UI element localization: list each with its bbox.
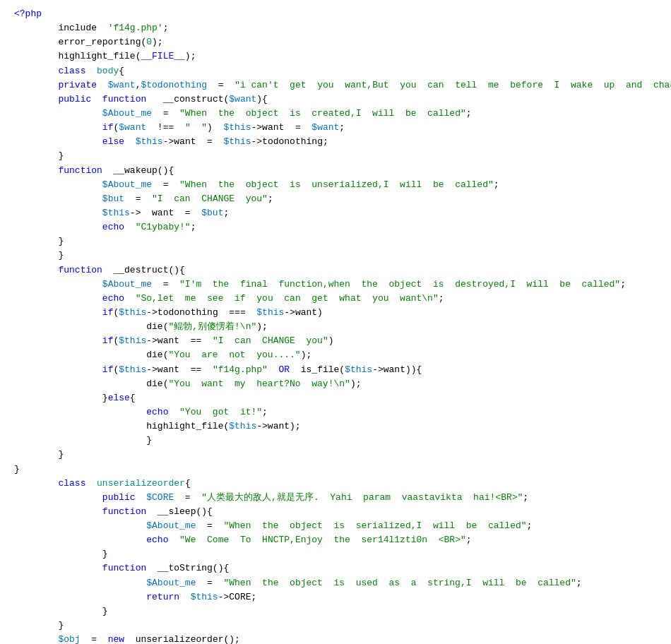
code-line: } bbox=[14, 149, 657, 163]
code-block: <?php include 'f14g.php'; error_reportin… bbox=[14, 7, 657, 644]
code-line: $obj = new unserializeorder(); bbox=[14, 633, 657, 644]
code-line: die("You want my heart?No way!\n"); bbox=[14, 377, 657, 391]
code-line: private $want,$todonothing = "i can't ge… bbox=[14, 78, 657, 93]
code-line: $but = "I can CHANGE you"; bbox=[14, 192, 657, 206]
code-line: include 'f14g.php'; bbox=[14, 21, 657, 35]
code-line: error_reporting(0); bbox=[14, 35, 657, 49]
code-line: function __toString(){ bbox=[14, 561, 657, 576]
code-line: $About_me = "When the object is used as … bbox=[14, 576, 657, 590]
code-line: die("鲲勃,别傻愣着!\n"); bbox=[14, 320, 657, 334]
code-line: } bbox=[14, 463, 657, 477]
code-line: $About_me = "When the object is unserial… bbox=[14, 178, 657, 192]
code-line: if($this->want == "I can CHANGE you") bbox=[14, 334, 657, 348]
code-line: function __destruct(){ bbox=[14, 263, 657, 278]
code-line: } bbox=[14, 619, 657, 633]
code-line: $About_me = "When the object is created,… bbox=[14, 107, 657, 121]
code-line: $About_me = "When the object is serializ… bbox=[14, 519, 657, 533]
code-line: highlight_file(__FILE__); bbox=[14, 49, 657, 64]
code-line: class body{ bbox=[14, 64, 657, 78]
code-line: }else{ bbox=[14, 391, 657, 405]
code-line: highlight_file($this->want); bbox=[14, 419, 657, 434]
code-line: } bbox=[14, 249, 657, 263]
code-line: } bbox=[14, 604, 657, 619]
code-line: public $CORE = "人类最大的敌人,就是无序. Yahi param… bbox=[14, 491, 657, 505]
code-line: } bbox=[14, 547, 657, 561]
code-line: function __sleep(){ bbox=[14, 505, 657, 519]
code-line: <?php bbox=[14, 7, 657, 21]
code-line: } bbox=[14, 448, 657, 462]
code-line: if($this->want == "f14g.php" OR is_file(… bbox=[14, 363, 657, 377]
code-line: echo "C1ybaby!"; bbox=[14, 220, 657, 234]
code-line: return $this->CORE; bbox=[14, 590, 657, 604]
code-line: echo "We Come To HNCTP,Enjoy the ser14l1… bbox=[14, 533, 657, 547]
code-line: echo "So,let me see if you can get what … bbox=[14, 292, 657, 306]
code-line: echo "You got it!"; bbox=[14, 405, 657, 419]
code-line: } bbox=[14, 434, 657, 448]
code-line: if($want !== " ") $this->want = $want; bbox=[14, 121, 657, 135]
code-line: else $this->want = $this->todonothing; bbox=[14, 135, 657, 149]
code-line: function __wakeup(){ bbox=[14, 164, 657, 178]
code-line: class unserializeorder{ bbox=[14, 477, 657, 491]
code-line: public function __construct($want){ bbox=[14, 93, 657, 107]
code-line: if($this->todonothing === $this->want) bbox=[14, 306, 657, 320]
code-line: $About_me = "I'm the final function,when… bbox=[14, 278, 657, 292]
code-line: $this-> want = $but; bbox=[14, 206, 657, 220]
code-line: die("You are not you...."); bbox=[14, 348, 657, 362]
code-container: <?php include 'f14g.php'; error_reportin… bbox=[0, 0, 671, 644]
code-line: } bbox=[14, 234, 657, 249]
